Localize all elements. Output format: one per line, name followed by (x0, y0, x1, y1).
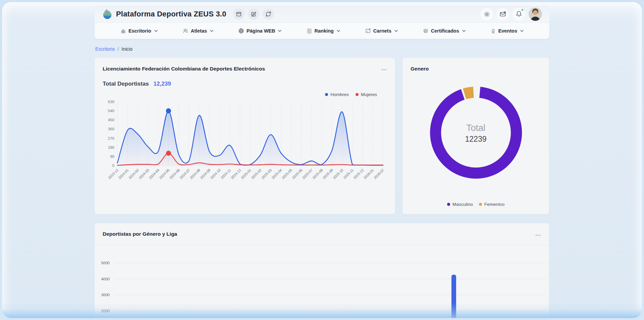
svg-text:630: 630 (108, 100, 114, 104)
svg-text:2024-02: 2024-02 (128, 168, 140, 180)
user-avatar[interactable] (529, 7, 542, 21)
nav-item-atletas[interactable]: Atletas (182, 28, 213, 34)
nav-item-carnets[interactable]: Carnets (365, 28, 398, 34)
nav-item-ranking[interactable]: Ranking (307, 28, 340, 34)
genero-card-title: Genero (411, 66, 541, 72)
svg-text:2024-09: 2024-09 (199, 168, 211, 180)
liga-bar-chart[interactable]: 5000400030002000 (95, 253, 549, 318)
svg-text:2000: 2000 (101, 309, 110, 313)
svg-text:3000: 3000 (101, 293, 110, 297)
svg-text:2024-04: 2024-04 (148, 168, 160, 180)
breadcrumb-link-escritorio[interactable]: Escritorio (95, 46, 115, 52)
svg-text:180: 180 (108, 145, 114, 149)
liga-card: Deportistas por Género y Liga 5000400030… (95, 223, 549, 318)
svg-text:2025-10: 2025-10 (332, 168, 344, 180)
svg-text:2025-09: 2025-09 (322, 168, 334, 180)
svg-text:2026-07: 2026-07 (373, 168, 385, 180)
svg-text:450: 450 (108, 118, 114, 122)
breadcrumb-current: Inicio (121, 46, 132, 52)
list-icon (307, 28, 312, 34)
svg-text:2026-01: 2026-01 (363, 168, 375, 180)
nav-item-pagina-web[interactable]: Página WEB (238, 28, 281, 34)
mail-icon[interactable] (496, 8, 509, 20)
svg-text:2025-04: 2025-04 (271, 168, 283, 180)
nav-item-eventos[interactable]: Eventos (490, 28, 524, 34)
svg-text:2024-11: 2024-11 (220, 168, 231, 180)
svg-text:2025-02: 2025-02 (250, 168, 262, 180)
chevron-down-icon (394, 30, 398, 32)
svg-text:2025-01: 2025-01 (240, 168, 252, 180)
svg-text:2025-06: 2025-06 (291, 168, 303, 180)
licenciamiento-line-chart[interactable]: 0901802703604505406302023-122024-012024-… (103, 98, 387, 199)
legend-item-masculino[interactable]: Masculino (447, 202, 473, 207)
chevron-down-icon (520, 30, 524, 32)
chevron-down-icon (462, 30, 466, 32)
svg-text:2024-06: 2024-06 (168, 168, 180, 180)
globe-icon (238, 28, 244, 34)
svg-text:90: 90 (110, 154, 114, 158)
app-header: Plataforma Deportiva ZEUS 3.0 (95, 6, 549, 22)
genero-donut-chart[interactable] (427, 84, 525, 181)
svg-text:2024-07: 2024-07 (179, 168, 191, 180)
svg-text:2024-10: 2024-10 (209, 168, 221, 180)
svg-text:2024-01: 2024-01 (117, 168, 129, 180)
chevron-down-icon (154, 30, 158, 32)
femenino-legend-dot (479, 203, 482, 206)
line-chart-legend: Hombres Mujeres (103, 92, 387, 97)
svg-text:2025-07: 2025-07 (301, 168, 313, 180)
theme-sun-icon[interactable] (480, 8, 493, 20)
card-menu-icon[interactable] (380, 65, 388, 73)
svg-text:2024-03: 2024-03 (138, 168, 150, 180)
nav-item-escritorio[interactable]: Escritorio (120, 28, 158, 34)
svg-text:2025-11: 2025-11 (342, 168, 354, 180)
svg-text:2025-03: 2025-03 (261, 168, 273, 180)
main-nav: Escritorio Atletas Página WEB (95, 22, 549, 39)
svg-text:270: 270 (108, 136, 114, 140)
award-icon (490, 28, 496, 34)
mujeres-legend-dot (356, 93, 359, 96)
licenciamiento-card-title: Licenciamiento Federación Colombiana de … (103, 66, 387, 72)
svg-text:2025-05: 2025-05 (281, 168, 293, 180)
page-background: Plataforma Deportiva ZEUS 3.0 (2, 2, 642, 318)
notification-badge (521, 8, 524, 11)
chevron-down-icon (210, 30, 213, 32)
svg-text:2023-12: 2023-12 (107, 168, 119, 180)
svg-text:2025-12: 2025-12 (353, 168, 365, 180)
nav-item-certificados[interactable]: Certificados (423, 28, 466, 34)
breadcrumb: Escritorio / Inicio (95, 46, 549, 52)
chevron-down-icon (337, 30, 340, 32)
chat-icon[interactable] (263, 8, 274, 20)
chevron-down-icon (278, 30, 281, 32)
svg-text:2024-12: 2024-12 (230, 168, 242, 180)
bell-icon[interactable] (513, 8, 525, 20)
svg-text:4000: 4000 (101, 277, 110, 281)
id-card-icon (365, 28, 371, 34)
svg-text:360: 360 (108, 127, 114, 131)
svg-text:5000: 5000 (101, 261, 110, 265)
home-icon (120, 28, 126, 34)
edit-icon[interactable] (248, 8, 259, 20)
app-title: Plataforma Deportiva ZEUS 3.0 (116, 10, 226, 18)
legend-item-hombres[interactable]: Hombres (325, 92, 349, 97)
card-menu-icon[interactable] (534, 231, 542, 238)
app-logo (102, 9, 113, 19)
svg-text:2024-08: 2024-08 (189, 168, 201, 180)
genero-legend: Masculino Femenino (402, 202, 549, 207)
legend-item-femenino[interactable]: Femenino (479, 202, 504, 207)
genero-card: Genero Total 12239 Masculino Femenino (402, 58, 549, 214)
svg-text:2025-08: 2025-08 (312, 168, 324, 180)
liga-card-title: Deportistas por Género y Liga (103, 231, 541, 237)
svg-text:0: 0 (112, 164, 114, 168)
total-deportistas-value: 12,239 (154, 81, 171, 87)
svg-text:2024-05: 2024-05 (158, 168, 170, 180)
window-icon[interactable] (233, 8, 245, 20)
layers-icon (423, 28, 429, 34)
users-icon (182, 28, 189, 34)
hombres-legend-dot (325, 93, 328, 96)
legend-item-mujeres[interactable]: Mujeres (356, 92, 377, 97)
svg-text:540: 540 (108, 109, 114, 113)
total-deportistas-label: Total Deportistas (103, 81, 149, 87)
masculino-legend-dot (447, 203, 450, 206)
licenciamiento-card: Licenciamiento Federación Colombiana de … (95, 58, 395, 214)
page-frame: Plataforma Deportiva ZEUS 3.0 (0, 0, 644, 320)
